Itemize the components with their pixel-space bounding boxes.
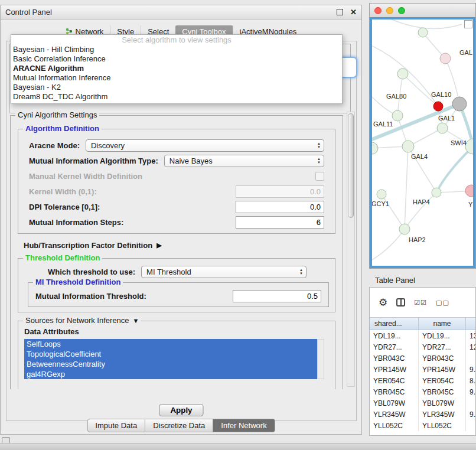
algorithm-option[interactable]: Bayesian - K2 [11,83,342,92]
close-icon[interactable]: ✕ [350,8,357,17]
mi-type-value: Naive Bayes [169,156,213,165]
algorithm-option[interactable]: Mutual Information Inference [11,73,342,83]
list-item-selected[interactable]: gal4RGexp [24,369,317,379]
combo-arrows-icon [317,142,321,149]
table-panel-title: Table Panel [369,273,476,285]
column-header-partial[interactable] [466,318,475,330]
network-node-gray[interactable] [452,97,467,111]
network-node[interactable] [432,188,441,197]
mi-steps-input[interactable] [236,216,324,229]
which-threshold-combobox[interactable]: MI Threshold [141,266,307,278]
threshold-definition-group: Threshold Definition Which threshold to … [18,258,335,312]
cyni-bottom-tabs: Impute Data Discretize Data Infer Networ… [87,419,275,432]
table-row[interactable]: YLR345W YLR345W 9. [370,409,475,420]
cell: YLR345W [370,409,419,420]
table-row[interactable]: YER054C YER054C 8. [370,375,475,386]
list-scrollbar[interactable] [317,339,324,379]
network-edges-highlighted [372,104,473,193]
mi-threshold-group: MI Threshold Definition Mutual Informati… [28,282,329,307]
table-header: shared... name [370,317,475,330]
table-row[interactable]: YLL052C YLL052C [370,420,475,431]
algorithm-option[interactable]: Basic Correlation Inference [11,54,342,64]
cell: 12 [466,341,475,353]
network-node-gal1[interactable] [437,123,448,133]
node-label-gal-partial: GAL [459,49,472,56]
combo-arrows-icon [317,157,321,164]
mi-type-label: Mutual Information Algorithm Type: [29,156,158,165]
algorithm-option[interactable]: Dream8 DC_TDC Algorithm [11,92,342,102]
combo-arrows-icon [299,268,303,275]
cell: YBR043C [370,353,419,364]
network-node-pink[interactable] [440,53,451,64]
cyni-algorithm-settings-title: Cyni Algorithm Settings [15,110,99,119]
aracne-mode-label: Aracne Mode: [29,141,80,150]
algorithm-definition-title: Algorithm Definition [23,124,102,133]
tab-impute-data[interactable]: Impute Data [87,419,145,432]
manual-kernel-label: Manual Kernel Width Definition [29,172,142,181]
table-row[interactable]: YBR045C YBR045C 9. [370,386,475,397]
tab-infer-network[interactable]: Infer Network [213,419,275,432]
aracne-mode-value: Discovery [91,141,125,150]
algorithm-definition-group: Algorithm Definition Aracne Mode: Discov… [18,129,335,234]
kernel-width-input[interactable] [236,185,324,198]
mi-steps-row: Mutual Information Steps: [23,214,330,230]
network-node-hap2[interactable] [399,224,410,234]
network-node-gcy1[interactable] [377,190,386,199]
apply-button[interactable]: Apply [159,404,203,416]
network-node-gal4[interactable] [402,141,414,152]
dpi-tolerance-input[interactable] [236,201,324,213]
network-node[interactable] [372,142,378,154]
node-label-gal10: GAL10 [431,91,451,98]
table-row[interactable]: YBR043C YBR043C [370,353,475,364]
column-header-name[interactable]: name [419,318,466,330]
list-item-selected[interactable]: TopologicalCoefficient [24,349,317,359]
algorithm-option-selected[interactable]: ARACNE Algorithm [11,64,342,73]
settings-scrollbar[interactable] [347,112,355,387]
table-row[interactable]: YDR27... YDR27... 12 [370,341,475,353]
birdseye-toggle-icon[interactable] [464,20,472,28]
dpi-tolerance-row: DPI Tolerance [0,1]: [23,199,330,214]
hub-tf-section-toggle[interactable]: Hub/Transcription Factor Definition ▶ [24,241,343,250]
settings-scrollbar-thumb[interactable] [348,113,354,218]
mi-threshold-input[interactable] [233,290,321,302]
column-header-shared[interactable]: shared... [370,318,419,330]
manual-kernel-checkbox[interactable] [315,172,324,181]
float-window-icon[interactable] [337,9,343,15]
gear-icon[interactable]: ⚙ [379,296,387,309]
mi-type-combobox[interactable]: Naive Bayes [164,155,324,167]
algorithm-option[interactable]: Bayesian - Hill Climbing [11,45,342,54]
mac-close-button[interactable] [374,7,382,14]
cyni-algorithm-settings-group: Cyni Algorithm Settings Algorithm Defini… [10,115,343,389]
cell: 8. [466,375,475,386]
data-attributes-list: SelfLoops TopologicalCoefficient Between… [24,339,324,379]
tab-discretize-data[interactable]: Discretize Data [145,419,213,432]
network-node-pink[interactable] [465,185,474,197]
node-label-swi4: SWI4 [451,139,467,146]
table-panel: Table Panel ⚙ ☑☑ ▢▢ shared... name YDL19… [369,273,476,436]
table-row[interactable]: YDL19... YDL19... 13 [370,330,475,341]
mi-threshold-group-title: MI Threshold Definition [33,278,123,286]
deselect-all-icon[interactable]: ▢▢ [436,299,449,306]
sources-group-title[interactable]: Sources for Network Inference ▼ [23,316,141,325]
network-node-gal10-red[interactable] [433,102,443,111]
network-view-window: GAL80 GAL10 GAL11 GAL1 SWI4 GAL4 GCY1 HA… [369,3,476,269]
network-graph: GAL80 GAL10 GAL11 GAL1 SWI4 GAL4 GCY1 HA… [372,19,474,267]
select-all-icon[interactable]: ☑☑ [414,299,427,306]
network-node[interactable] [397,69,408,79]
aracne-mode-combobox[interactable]: Discovery [86,139,324,152]
mac-zoom-button[interactable] [398,7,405,14]
control-panel-window: Control Panel ✕ Network Style Select Cyn… [0,5,362,435]
list-item-selected[interactable]: BetweennessCentrality [24,359,317,369]
node-label-gal4: GAL4 [411,153,428,160]
table-row[interactable]: YBL079W YBL079W [370,397,475,409]
kernel-width-row: Kernel Width (0,1): [23,184,330,199]
table-row[interactable]: YPR145W YPR145W 9. [370,364,475,375]
cell: YLR345W [419,409,466,420]
mac-minimize-button[interactable] [386,7,393,14]
cell: YPR145W [370,364,419,375]
network-node[interactable] [418,28,428,37]
network-node[interactable] [392,110,403,121]
list-item-selected[interactable]: SelfLoops [24,339,317,349]
columns-icon[interactable] [396,298,405,306]
network-canvas[interactable]: GAL80 GAL10 GAL11 GAL1 SWI4 GAL4 GCY1 HA… [370,17,475,268]
